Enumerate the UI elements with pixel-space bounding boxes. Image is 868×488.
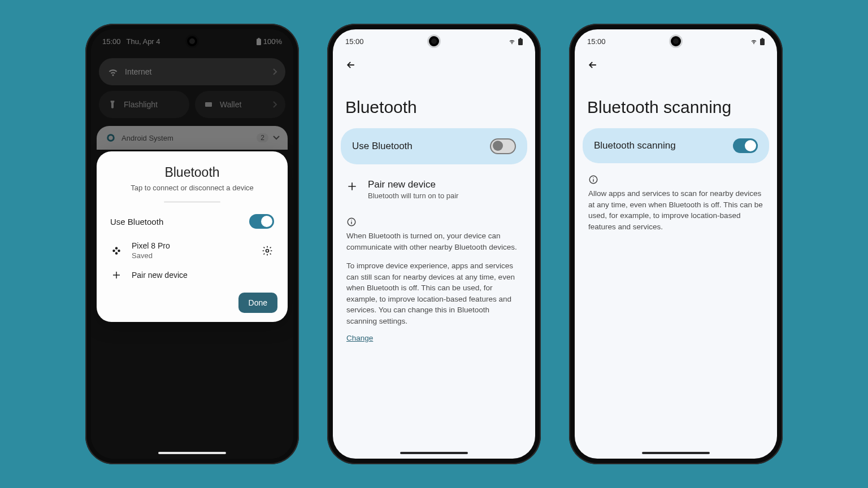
- nav-handle[interactable]: [158, 452, 226, 454]
- nav-handle[interactable]: [642, 452, 710, 454]
- phone-quicksettings: 15:00 Thu, Apr 4 100% Internet Flashligh…: [85, 24, 299, 464]
- battery-icon: [518, 38, 523, 45]
- device-icon: [110, 246, 123, 256]
- plus-icon: [110, 270, 123, 280]
- page-title: Bluetooth scanning: [587, 98, 765, 117]
- phone-bluetooth-settings: 15:00 Bluetooth Use Bluetooth Pair new d…: [327, 24, 541, 464]
- card-label: Use Bluetooth: [352, 141, 413, 152]
- svg-point-6: [118, 249, 120, 252]
- done-button[interactable]: Done: [238, 293, 277, 313]
- arrow-left-icon: [587, 59, 598, 71]
- phone-scanning-settings: 15:00 Bluetooth scanning Bluetooth scann…: [569, 24, 783, 464]
- camera-hole: [187, 36, 197, 46]
- arrow-left-icon: [345, 59, 357, 71]
- sheet-subtitle: Tap to connect or disconnect a device: [107, 184, 277, 192]
- use-bluetooth-label: Use Bluetooth: [110, 217, 240, 226]
- svg-rect-10: [518, 39, 523, 46]
- pair-label: Pair new device: [132, 271, 274, 280]
- info-icon: [346, 217, 522, 227]
- svg-rect-15: [760, 39, 765, 46]
- svg-rect-16: [762, 38, 763, 39]
- back-button[interactable]: [585, 57, 601, 73]
- pair-title: Pair new device: [368, 179, 458, 190]
- nav-handle[interactable]: [400, 452, 468, 454]
- gear-icon: [262, 245, 273, 256]
- camera-hole: [429, 36, 439, 46]
- bluetooth-scanning-toggle[interactable]: [733, 138, 758, 153]
- info-text-2: To improve device experience, apps and s…: [346, 260, 522, 326]
- svg-point-19: [593, 177, 594, 178]
- wifi-icon: [750, 38, 758, 45]
- use-bluetooth-toggle[interactable]: [490, 138, 516, 154]
- svg-point-5: [112, 249, 115, 252]
- use-bluetooth-row[interactable]: Use Bluetooth: [107, 206, 277, 237]
- plus-icon: [346, 179, 358, 192]
- change-link[interactable]: Change: [346, 334, 373, 342]
- device-status: Saved: [132, 251, 251, 260]
- pair-new-device-row[interactable]: Pair new device Bluetooth will turn on t…: [333, 170, 535, 209]
- bluetooth-sheet: Bluetooth Tap to connect or disconnect a…: [97, 151, 288, 322]
- info-icon: [588, 175, 763, 185]
- bluetooth-scanning-card[interactable]: Bluetooth scanning: [583, 128, 769, 163]
- svg-point-7: [115, 247, 118, 250]
- back-button[interactable]: [343, 57, 359, 73]
- pair-new-device-row[interactable]: Pair new device: [107, 264, 277, 288]
- use-bluetooth-toggle[interactable]: [249, 214, 274, 229]
- info-text: Allow apps and services to scan for near…: [588, 188, 763, 232]
- status-time: 15:00: [345, 37, 364, 46]
- pair-subtitle: Bluetooth will turn on to pair: [368, 191, 458, 200]
- svg-point-8: [115, 252, 118, 255]
- wifi-icon: [508, 38, 516, 45]
- device-name: Pixel 8 Pro: [132, 241, 251, 250]
- svg-point-9: [266, 249, 269, 252]
- device-settings-button[interactable]: [261, 245, 274, 256]
- card-label: Bluetooth scanning: [594, 140, 676, 151]
- svg-point-14: [351, 220, 352, 221]
- use-bluetooth-card[interactable]: Use Bluetooth: [341, 128, 527, 164]
- camera-hole: [671, 36, 681, 46]
- paired-device-row[interactable]: Pixel 8 Pro Saved: [107, 237, 277, 264]
- sheet-title: Bluetooth: [107, 165, 277, 180]
- page-title: Bluetooth: [345, 98, 523, 117]
- svg-rect-11: [520, 38, 522, 39]
- status-time: 15:00: [587, 37, 606, 46]
- divider: [164, 201, 220, 203]
- info-text-1: When Bluetooth is turned on, your device…: [346, 230, 522, 252]
- battery-icon: [760, 38, 765, 45]
